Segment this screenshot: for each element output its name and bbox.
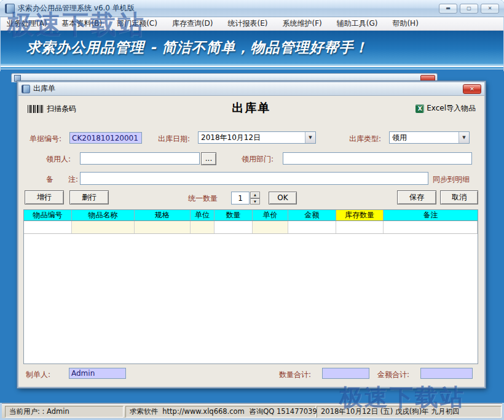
minimize-icon: ▬ [446,6,451,11]
col-header-unit: 单位 [191,210,215,220]
spin-down-button[interactable]: ▼ [250,198,260,205]
titlebar: 求索办公用品管理系统 v6.0 单机版 ▬ ▢ ✕ [0,0,504,17]
sync-to-detail-label[interactable]: 同步到明细 [433,174,470,185]
cancel-button[interactable]: 取消 [440,190,478,204]
excel-import-label: Excel导入物品 [427,103,476,114]
close-button[interactable]: ✕ [481,4,499,14]
doc-no-label: 单据编号: [30,134,61,144]
minimize-button[interactable]: ▬ [439,4,457,14]
col-header-item-code: 物品编号 [24,210,72,220]
col-header-qty: 数量 [215,210,253,220]
date-info-text: 2018年10月12日 (五) 戊戌(狗)年 九月初四 [321,407,459,416]
menu-system-maintain[interactable]: 系统维护(F) [283,18,322,29]
remark-label: 备 注: [46,174,78,185]
recipient-input[interactable] [80,152,200,165]
menu-reports[interactable]: 统计报表(E) [228,18,268,29]
type-value: 领用 [390,133,459,143]
banner-slogan: 求索办公用品管理 - 简洁不简单，物品管理好帮手！ [26,38,369,57]
col-header-remark: 备注 [384,210,478,220]
status-date-info: 2018年10月12日 (五) 戊戌(狗)年 九月初四 [317,406,502,418]
table-empty-area [24,234,478,364]
app-icon [5,4,15,14]
type-label: 出库类型: [349,134,381,144]
dialog-icon [22,85,30,93]
banner-stripes [1,64,503,71]
date-dropdown[interactable]: 2018年10月12日 ▼ [198,131,316,144]
amount-total-input [420,368,473,379]
col-header-spec: 规格 [135,210,191,220]
delete-row-button[interactable]: 删行 [69,190,109,204]
outbound-order-dialog: 出库单 ✕ 扫描条码 出库单 X Excel导入物品 单据编号: 出库日期: [17,81,486,388]
menu-basic-data[interactable]: 基本资料(B) [62,18,103,29]
date-label: 出库日期: [158,134,190,144]
dialog-close-icon: ✕ [470,86,474,92]
main-window: 求索办公用品管理系统 v6.0 单机版 ▬ ▢ ✕ 业务处理(A) 基本资料(B… [0,0,504,420]
doc-no-input[interactable] [69,132,142,144]
maximize-icon: ▢ [467,6,471,11]
maximize-button[interactable]: ▢ [460,4,478,14]
col-header-unit-price: 单价 [253,210,288,220]
table-row [24,221,478,234]
cell-remark[interactable] [384,221,478,233]
qty-total-label: 数量合计: [279,370,311,380]
dept-label: 领用部门: [242,154,274,165]
cell-unit-price[interactable] [253,221,288,233]
cell-spec[interactable] [135,221,191,233]
maker-input[interactable] [69,368,126,379]
status-current-user: 当前用户: : Admin [5,406,124,418]
status-bar: 当前用户: : Admin 求索软件 http://www.xlq668.com… [2,404,502,418]
menu-help[interactable]: 帮助(H) [392,18,418,29]
save-button[interactable]: 保存 [397,190,436,204]
amount-total-label: 金额合计: [377,370,409,380]
cell-item-code[interactable] [24,221,72,233]
dialog-close-button[interactable]: ✕ [463,84,481,94]
col-header-stock-qty: 库存数量 [336,210,384,220]
col-header-amount: 金额 [288,210,336,220]
close-icon: ✕ [488,6,492,11]
recipient-browse-button[interactable]: ... [201,152,216,165]
table-header-row: 物品编号 物品名称 规格 单位 数量 单价 金额 库存数量 备注 [24,210,478,221]
banner: 求索办公用品管理 - 简洁不简单，物品管理好帮手！ [1,31,503,64]
current-user-text: 当前用户: : Admin [9,407,69,416]
recipient-label: 领用人: [46,154,71,165]
window-title: 求索办公用品管理系统 v6.0 单机版 [18,3,135,14]
date-value: 2018年10月12日 [199,133,305,143]
uniform-qty-label: 统一数量 [188,193,218,204]
status-vendor-info: 求索软件 http://www.xlq668.com 咨询QQ 15147703… [125,406,316,418]
menu-dept-quota[interactable]: 部门定额(C) [117,18,157,29]
maker-label: 制单人: [26,370,50,380]
menu-tools[interactable]: 辅助工具(G) [337,18,378,29]
col-header-item-name: 物品名称 [72,210,135,220]
menu-business[interactable]: 业务处理(A) [7,18,47,29]
dialog-titlebar: 出库单 ✕ [18,82,484,96]
cell-unit[interactable] [191,221,215,233]
dialog-heading: 出库单 [18,100,484,116]
cell-qty[interactable] [215,221,253,233]
vendor-info-text: 求索软件 http://www.xlq668.com 咨询QQ 15147703… [130,407,317,416]
menu-bar: 业务处理(A) 基本资料(B) 部门定额(C) 库存查询(D) 统计报表(E) … [1,17,503,31]
uniform-qty-input[interactable] [231,192,250,204]
items-table: 物品编号 物品名称 规格 单位 数量 单价 金额 库存数量 备注 [23,209,478,364]
excel-import-button[interactable]: X Excel导入物品 [415,103,476,114]
dialog-body: 扫描条码 出库单 X Excel导入物品 单据编号: 出库日期: 2018年10… [18,96,484,387]
cell-amount[interactable] [288,221,336,233]
type-dropdown-arrow-icon[interactable]: ▼ [459,132,469,143]
cell-stock-qty[interactable] [336,221,384,233]
menu-stock-query[interactable]: 库存查询(D) [172,18,213,29]
add-row-button[interactable]: 增行 [25,190,64,204]
date-dropdown-arrow-icon[interactable]: ▼ [305,132,315,143]
dialog-title: 出库单 [33,84,55,94]
dept-input[interactable] [283,152,472,165]
client-area: 出库单 ✕ 扫描条码 出库单 X Excel导入物品 单据编号: 出库日期: [0,71,504,403]
ok-button[interactable]: OK [269,192,297,204]
excel-icon: X [415,104,424,113]
spin-up-button[interactable]: ▲ [250,192,260,198]
spin-down-icon: ▼ [254,200,256,203]
cell-item-name[interactable] [72,221,135,233]
qty-total-input [322,368,369,379]
remark-input[interactable] [80,172,428,185]
type-dropdown[interactable]: 领用 ▼ [389,131,470,144]
spin-up-icon: ▲ [254,193,256,196]
